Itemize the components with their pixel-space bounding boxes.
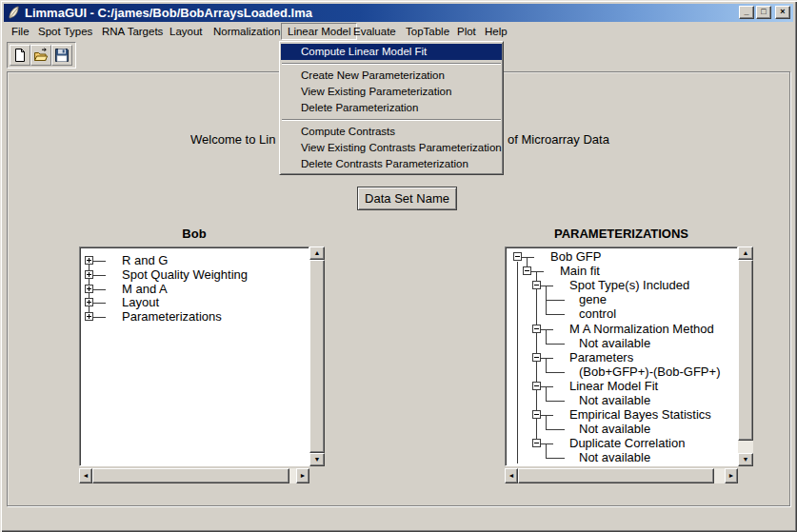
dataset-tree: R and GSpot Quality WeightingM and ALayo…	[82, 249, 307, 463]
collapse-box-icon[interactable]	[532, 382, 541, 390]
menu-item-view-existing-parameterization[interactable]: View Existing Parameterization	[281, 84, 502, 100]
scroll-thumb[interactable]	[92, 468, 289, 483]
tree-line	[541, 443, 553, 444]
menu-item-create-new-parameterization[interactable]: Create New Parameterization	[281, 68, 502, 84]
title-bar[interactable]: LimmaGUI - C:/james/Bob/BobArraysLoaded.…	[4, 4, 793, 22]
toolbar	[7, 42, 76, 69]
tree-line	[546, 386, 547, 401]
tree-line	[546, 344, 565, 345]
menu-item-view-existing-contrasts-parameterization[interactable]: View Existing Contrasts Parameterization	[281, 140, 502, 156]
right-horizontal-scrollbar[interactable]: ◄ ►	[505, 468, 738, 483]
save-file-button[interactable]	[51, 45, 72, 66]
parameterizations-tree-panel: Bob GFPMain fitSpot Type(s) Includedgene…	[505, 246, 738, 466]
expand-box-icon[interactable]	[85, 285, 93, 293]
menu-normalization[interactable]: Normalization	[213, 24, 280, 39]
scroll-right-icon[interactable]: ►	[725, 468, 738, 483]
tree-line	[93, 275, 106, 276]
scroll-down-icon[interactable]: ▼	[738, 453, 753, 466]
scroll-left-icon[interactable]: ◄	[79, 468, 92, 483]
tree-node-label[interactable]: Not available	[579, 451, 650, 463]
scroll-up-icon[interactable]: ▲	[309, 246, 325, 260]
tree-node-label[interactable]: Main fit	[560, 265, 600, 278]
tree-node-label[interactable]: Layout	[122, 296, 159, 309]
tree-line	[93, 289, 106, 290]
tree-line	[546, 358, 547, 372]
menu-toptable[interactable]: TopTable	[406, 24, 449, 39]
expand-box-icon[interactable]	[85, 312, 93, 321]
tree-line	[546, 443, 547, 458]
maximize-button[interactable]: □	[756, 6, 771, 19]
tree-node-label[interactable]: Spot Quality Weighting	[122, 268, 248, 282]
scroll-thumb[interactable]	[518, 468, 714, 483]
window-title: LimmaGUI - C:/james/Bob/BobArraysLoaded.…	[25, 6, 312, 20]
scroll-thumb[interactable]	[309, 260, 325, 453]
tree-line	[93, 303, 106, 304]
tree-node-label[interactable]: M and A	[122, 283, 168, 296]
left-horizontal-scrollbar[interactable]: ◄ ►	[79, 468, 309, 483]
app-window: LimmaGUI - C:/james/Bob/BobArraysLoaded.…	[0, 0, 797, 532]
scroll-down-icon[interactable]: ▼	[309, 453, 325, 466]
left-vertical-scrollbar[interactable]: ▲ ▼	[309, 246, 325, 466]
scroll-right-icon[interactable]: ►	[296, 468, 309, 483]
tree-line	[546, 429, 565, 430]
tree-line	[522, 257, 534, 258]
open-file-button[interactable]	[30, 45, 51, 66]
expand-box-icon[interactable]	[85, 256, 93, 265]
minimize-button[interactable]: _	[739, 6, 754, 19]
tree-line	[93, 317, 106, 318]
close-button[interactable]: ×	[775, 6, 790, 19]
collapse-box-icon[interactable]	[523, 266, 531, 275]
menu-linear-model[interactable]: Linear Model	[281, 23, 357, 40]
tree-line	[546, 415, 547, 429]
dataset-tree-panel: R and GSpot Quality WeightingM and ALayo…	[79, 246, 309, 466]
welcome-text-right: of Microarray Data	[508, 132, 609, 148]
menu-item-delete-contrasts-parameterization[interactable]: Delete Contrasts Parameterization	[281, 156, 502, 172]
left-panel-title: Bob	[79, 227, 309, 242]
menu-spot-types[interactable]: Spot Types	[38, 24, 92, 39]
menu-separator	[282, 119, 501, 121]
tree-node-label[interactable]: Spot Type(s) Included	[569, 279, 689, 292]
menu-plot[interactable]: Plot	[457, 24, 476, 39]
tree-node-label[interactable]: R and G	[122, 254, 168, 267]
tree-line	[517, 262, 518, 463]
tree-node-label[interactable]: Not available	[579, 337, 650, 350]
menu-layout[interactable]: Layout	[169, 24, 203, 39]
tree-node-label[interactable]: M A Normalization Method	[569, 323, 714, 336]
scroll-up-icon[interactable]: ▲	[738, 246, 753, 260]
right-vertical-scrollbar[interactable]: ▲ ▼	[738, 246, 753, 466]
expand-box-icon[interactable]	[85, 270, 93, 279]
menu-item-compute-linear-model-fit[interactable]: Compute Linear Model Fit	[281, 44, 502, 60]
tree-line	[546, 300, 565, 301]
tree-line	[93, 261, 106, 262]
data-set-name-button[interactable]: Data Set Name	[357, 187, 457, 210]
collapse-box-icon[interactable]	[532, 353, 541, 362]
tree-node-label[interactable]: Parameters	[569, 351, 633, 365]
new-file-button[interactable]	[10, 45, 30, 66]
collapse-box-icon[interactable]	[513, 252, 522, 261]
tree-node-label[interactable]: Parameterizations	[122, 310, 222, 324]
tree-node-label[interactable]: Empirical Bayes Statistics	[569, 408, 711, 422]
menu-item-delete-parameterization[interactable]: Delete Parameterization	[281, 100, 502, 116]
collapse-box-icon[interactable]	[532, 325, 541, 333]
tree-node-label[interactable]: Bob GFP	[550, 250, 601, 264]
menu-rna-targets[interactable]: RNA Targets	[102, 24, 163, 39]
collapse-box-icon[interactable]	[532, 410, 541, 419]
tree-node-label[interactable]: (Bob+GFP+)-(Bob-GFP+)	[579, 365, 720, 379]
tree-node-label[interactable]: Not available	[579, 394, 650, 407]
menu-evaluate[interactable]: Evaluate	[353, 24, 396, 39]
menu-help[interactable]: Help	[485, 24, 508, 39]
tree-node-label[interactable]: gene	[579, 293, 607, 306]
menu-item-compute-contrasts[interactable]: Compute Contrasts	[281, 124, 502, 140]
tree-node-label[interactable]: control	[579, 307, 616, 321]
scroll-left-icon[interactable]: ◄	[505, 468, 518, 483]
tree-line	[546, 401, 565, 402]
scroll-thumb[interactable]	[738, 260, 753, 441]
menu-file[interactable]: File	[11, 24, 30, 39]
menu-separator	[282, 63, 501, 65]
collapse-box-icon[interactable]	[532, 439, 541, 447]
tree-node-label[interactable]: Duplicate Correlation	[569, 437, 685, 450]
tree-node-label[interactable]: Linear Model Fit	[569, 380, 658, 393]
collapse-box-icon[interactable]	[532, 281, 541, 289]
tree-node-label[interactable]: Not available	[579, 423, 650, 436]
expand-box-icon[interactable]	[85, 298, 93, 306]
